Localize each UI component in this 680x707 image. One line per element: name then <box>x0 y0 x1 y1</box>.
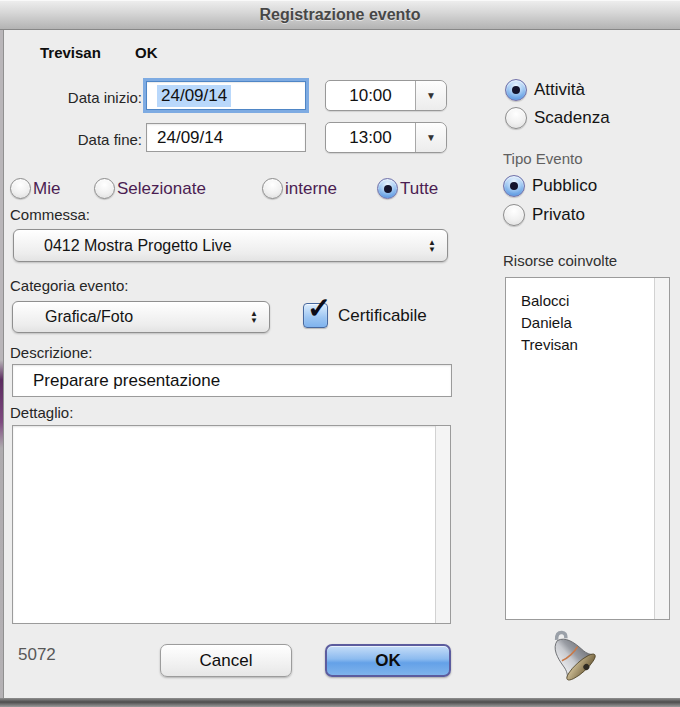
data-fine-value: 24/09/14 <box>157 128 223 148</box>
bell-icon-svg <box>542 627 602 687</box>
descrizione-field[interactable]: Preparare presentazione <box>12 364 452 397</box>
data-inizio-value: 24/09/14 <box>157 85 231 107</box>
background-window-edge <box>0 30 4 707</box>
stepper-icon: ▲ ▼ <box>428 239 436 253</box>
radio-mie[interactable]: Mie <box>10 178 60 199</box>
registrazione-evento-dialog: { "window": { "title": "Registrazione ev… <box>0 0 680 707</box>
stepper-down-icon: ▼ <box>250 317 258 324</box>
commessa-label: Commessa: <box>10 206 90 223</box>
radio-circle-selected <box>503 175 525 197</box>
status-text: OK <box>135 44 158 61</box>
radio-privato[interactable]: Privato <box>503 204 585 226</box>
time-end-value: 13:00 <box>326 123 415 152</box>
ok-button[interactable]: OK <box>325 644 451 677</box>
cancel-button-label: Cancel <box>200 651 253 671</box>
user-name: Trevisan <box>40 44 101 61</box>
categoria-label: Categoria evento: <box>10 277 128 294</box>
time-end-combo[interactable]: 13:00 ▼ <box>325 122 447 153</box>
window-bottom-edge <box>0 698 680 707</box>
dettaglio-label: Dettaglio: <box>10 404 73 421</box>
list-item[interactable]: Balocci <box>521 290 669 312</box>
window-title: Registrazione evento <box>260 6 421 24</box>
data-fine-field[interactable]: 24/09/14 <box>146 123 306 152</box>
dettaglio-textarea[interactable] <box>12 425 451 624</box>
radio-circle-selected <box>505 79 527 101</box>
list-item[interactable]: Daniela <box>521 312 669 334</box>
record-code: 5072 <box>18 645 56 665</box>
time-start-value: 10:00 <box>326 81 415 110</box>
radio-tutte[interactable]: Tutte <box>377 178 438 199</box>
categoria-popup[interactable]: Grafica/Foto ▲ ▼ <box>12 301 270 333</box>
radio-privato-label: Privato <box>532 205 585 225</box>
bell-icon[interactable] <box>542 627 602 687</box>
descrizione-label: Descrizione: <box>10 344 93 361</box>
data-fine-label: Data fine: <box>8 131 142 148</box>
radio-circle <box>503 204 525 226</box>
check-icon: ✓ <box>307 291 331 325</box>
certificabile-label: Certificabile <box>338 306 427 326</box>
radio-selezionate[interactable]: Selezionate <box>94 178 206 199</box>
radio-pubblico[interactable]: Pubblico <box>503 175 597 197</box>
ok-button-label: OK <box>375 651 401 671</box>
descrizione-value: Preparare presentazione <box>33 371 220 391</box>
radio-tutte-label: Tutte <box>400 179 438 199</box>
risorse-listbox[interactable]: Balocci Daniela Trevisan <box>505 277 670 620</box>
radio-circle <box>505 107 527 129</box>
list-item[interactable]: Trevisan <box>521 334 669 356</box>
stepper-down-icon: ▼ <box>428 246 436 253</box>
radio-scadenza[interactable]: Scadenza <box>505 107 610 129</box>
stepper-icon: ▲ ▼ <box>250 310 258 324</box>
header-user-line: Trevisan OK <box>40 44 158 61</box>
commessa-popup[interactable]: 0412 Mostra Progetto Live ▲ ▼ <box>13 229 448 262</box>
radio-interne[interactable]: interne <box>262 178 337 199</box>
radio-pubblico-label: Pubblico <box>532 176 597 196</box>
chevron-down-icon: ▼ <box>426 132 436 143</box>
radio-circle-selected <box>377 178 398 199</box>
certificabile-checkbox[interactable]: ✓ <box>303 303 328 328</box>
tipo-evento-label: Tipo Evento <box>503 150 583 167</box>
data-inizio-field[interactable]: 24/09/14 <box>146 81 306 110</box>
radio-circle <box>10 178 31 199</box>
radio-attivita-label: Attività <box>534 80 585 100</box>
time-start-combo[interactable]: 10:00 ▼ <box>325 80 447 111</box>
cancel-button[interactable]: Cancel <box>160 644 292 677</box>
radio-attivita[interactable]: Attività <box>505 79 585 101</box>
radio-scadenza-label: Scadenza <box>534 108 610 128</box>
time-end-dropdown-button[interactable]: ▼ <box>415 123 446 152</box>
data-inizio-label: Data inizio: <box>8 89 142 106</box>
radio-interne-label: interne <box>285 179 337 199</box>
title-bar[interactable]: Registrazione evento <box>0 0 680 30</box>
radio-circle <box>262 178 283 199</box>
categoria-value: Grafica/Foto <box>45 308 133 326</box>
radio-circle <box>94 178 115 199</box>
commessa-value: 0412 Mostra Progetto Live <box>44 237 232 255</box>
scrollbar[interactable] <box>654 278 669 619</box>
chevron-down-icon: ▼ <box>426 90 436 101</box>
time-start-dropdown-button[interactable]: ▼ <box>415 81 446 110</box>
radio-selezionate-label: Selezionate <box>117 179 206 199</box>
radio-mie-label: Mie <box>33 179 60 199</box>
scrollbar[interactable] <box>435 426 450 623</box>
risorse-coinvolte-label: Risorse coinvolte <box>503 252 617 269</box>
